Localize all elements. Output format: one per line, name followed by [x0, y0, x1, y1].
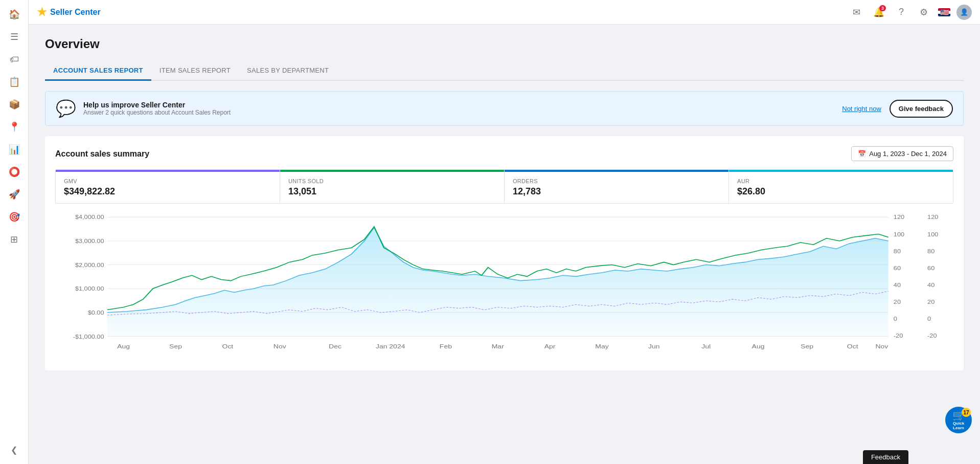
metric-aur: AUR $26.80 [729, 170, 953, 203]
summary-title: Account sales summary [55, 149, 149, 159]
metric-value-aur: $26.80 [737, 186, 945, 197]
metric-units-sold: Units Sold 13,051 [280, 170, 505, 203]
feedback-banner-subtitle: Answer 2 quick questions about Account S… [83, 109, 231, 116]
metric-label-aur: AUR [737, 178, 945, 184]
tab-sales-by-department[interactable]: SALES BY DEPARTMENT [239, 61, 337, 81]
summary-card: Account sales summary 📅 Aug 1, 2023 - De… [45, 136, 964, 370]
date-picker-button[interactable]: 📅 Aug 1, 2023 - Dec 1, 2024 [851, 146, 953, 161]
svg-text:$0.00: $0.00 [88, 310, 104, 316]
help-icon[interactable]: ? [893, 4, 909, 20]
sidebar-icon-report[interactable]: 📋 [4, 72, 25, 92]
sidebar: 🏠 ☰ 🏷 📋 📦 📍 📊 ⭕ 🚀 🎯 ⊞ ❮ [0, 0, 29, 464]
topnav-right: ✉ 🔔 3 ? ⚙ 🇺🇸 👤 [848, 4, 972, 20]
metric-gmv: GMV $349,822.82 [56, 170, 280, 203]
svg-text:$2,000.00: $2,000.00 [75, 262, 104, 268]
main-container: ★ Seller Center ✉ 🔔 3 ? ⚙ 🇺🇸 👤 Overview … [29, 0, 980, 464]
sales-chart: $4,000.00 $3,000.00 $2,000.00 $1,000.00 … [55, 212, 953, 360]
metric-value-orders: 12,783 [513, 186, 720, 197]
svg-text:0: 0 [894, 316, 897, 322]
sidebar-icon-list[interactable]: ☰ [4, 27, 25, 47]
sidebar-icon-box[interactable]: 📦 [4, 94, 25, 115]
quick-learn-widget[interactable]: 17 🛒 QuickLearn [945, 407, 972, 433]
svg-text:60: 60 [927, 265, 935, 271]
feedback-tab-button[interactable]: Feedback [863, 450, 908, 464]
svg-text:Jan 2024: Jan 2024 [376, 343, 405, 350]
topnav: ★ Seller Center ✉ 🔔 3 ? ⚙ 🇺🇸 👤 [29, 0, 980, 25]
svg-text:$4,000.00: $4,000.00 [75, 214, 104, 220]
sidebar-icon-apps[interactable]: ⊞ [4, 229, 25, 250]
metric-value-gmv: $349,822.82 [64, 186, 271, 197]
svg-text:Oct: Oct [847, 343, 858, 350]
feedback-banner-actions: Not right now Give feedback [842, 100, 953, 118]
svg-text:20: 20 [894, 299, 901, 305]
metric-label-gmv: GMV [64, 178, 271, 184]
metric-bar-orders [505, 170, 728, 172]
svg-text:Jul: Jul [701, 343, 711, 350]
sidebar-icon-location[interactable]: 📍 [4, 117, 25, 137]
sidebar-icon-circle[interactable]: ⭕ [4, 162, 25, 182]
tab-item-sales-report[interactable]: ITEM SALES REPORT [151, 61, 239, 81]
svg-text:Aug: Aug [752, 343, 765, 350]
svg-text:100: 100 [927, 231, 938, 237]
settings-icon[interactable]: ⚙ [916, 4, 932, 20]
quick-learn-label: QuickLearn [953, 422, 964, 431]
svg-text:$1,000.00: $1,000.00 [75, 286, 104, 292]
svg-text:120: 120 [894, 214, 904, 220]
feedback-banner-text: Help us improve Seller Center Answer 2 q… [83, 101, 231, 116]
page-title: Overview [45, 37, 964, 51]
svg-text:Apr: Apr [544, 343, 556, 350]
svg-text:-$1,000.00: -$1,000.00 [73, 334, 104, 340]
svg-text:$3,000.00: $3,000.00 [75, 238, 104, 244]
chart-container: $4,000.00 $3,000.00 $2,000.00 $1,000.00 … [55, 212, 953, 360]
content-area: Overview ACCOUNT SALES REPORT ITEM SALES… [29, 25, 980, 464]
svg-text:Nov: Nov [274, 343, 287, 350]
app-logo: ★ Seller Center [37, 6, 101, 19]
svg-text:Sep: Sep [801, 343, 813, 350]
svg-text:Mar: Mar [492, 343, 505, 350]
flag-icon[interactable]: 🇺🇸 [938, 8, 950, 16]
svg-text:60: 60 [894, 265, 901, 271]
sidebar-icon-rocket[interactable]: 🚀 [4, 184, 25, 205]
summary-header: Account sales summary 📅 Aug 1, 2023 - De… [55, 146, 953, 161]
svg-text:Nov: Nov [876, 343, 889, 350]
svg-text:80: 80 [894, 248, 901, 254]
svg-text:Jun: Jun [648, 343, 660, 350]
svg-text:120: 120 [927, 214, 938, 220]
tab-bar: ACCOUNT SALES REPORT ITEM SALES REPORT S… [45, 61, 964, 81]
sidebar-collapse-button[interactable]: ❮ [4, 439, 25, 460]
svg-text:40: 40 [927, 282, 935, 288]
feedback-banner-title: Help us improve Seller Center [83, 101, 231, 109]
metric-bar-units [280, 170, 504, 172]
logo-star: ★ [37, 6, 47, 19]
svg-text:-20: -20 [927, 333, 937, 339]
metric-label-orders: Orders [513, 178, 720, 184]
sidebar-icon-target[interactable]: 🎯 [4, 207, 25, 227]
sidebar-icon-home[interactable]: 🏠 [4, 4, 25, 25]
date-range-label: Aug 1, 2023 - Dec 1, 2024 [869, 150, 947, 158]
user-avatar[interactable]: 👤 [956, 5, 972, 20]
quick-learn-badge: 17 [962, 408, 971, 417]
calendar-icon: 📅 [858, 150, 866, 158]
svg-text:Aug: Aug [117, 343, 130, 350]
svg-text:Dec: Dec [329, 343, 342, 350]
metric-orders: Orders 12,783 [505, 170, 729, 203]
feedback-banner-icon: 💬 [56, 99, 76, 118]
metric-value-units: 13,051 [288, 186, 496, 197]
metric-bar-gmv [56, 170, 280, 172]
feedback-banner: 💬 Help us improve Seller Center Answer 2… [45, 91, 964, 126]
tab-account-sales-report[interactable]: ACCOUNT SALES REPORT [45, 61, 151, 81]
svg-text:40: 40 [894, 282, 901, 288]
give-feedback-button[interactable]: Give feedback [890, 100, 953, 118]
svg-text:-20: -20 [894, 333, 903, 339]
sidebar-icon-chart[interactable]: 📊 [4, 139, 25, 160]
sidebar-icon-tag[interactable]: 🏷 [4, 49, 25, 70]
not-right-now-link[interactable]: Not right now [842, 105, 881, 113]
svg-text:0: 0 [927, 316, 931, 322]
mail-icon[interactable]: ✉ [848, 4, 864, 20]
svg-text:Feb: Feb [440, 343, 452, 350]
metric-label-units: Units Sold [288, 178, 496, 184]
svg-text:80: 80 [927, 248, 935, 254]
notifications-icon[interactable]: 🔔 3 [871, 4, 887, 20]
svg-text:100: 100 [894, 231, 904, 237]
svg-text:May: May [595, 343, 609, 350]
